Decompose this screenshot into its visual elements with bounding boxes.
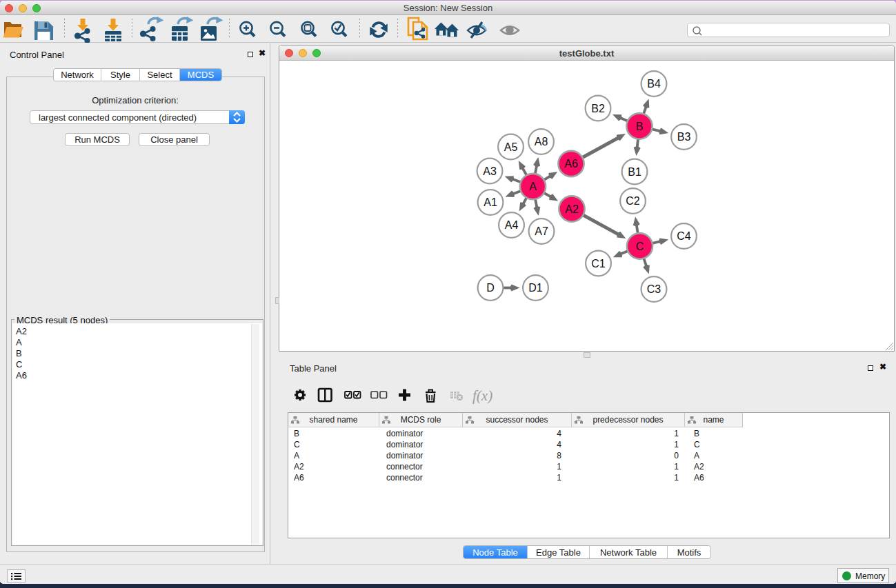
- svg-text:A8: A8: [535, 136, 548, 148]
- svg-text:D1: D1: [528, 282, 543, 294]
- svg-text:C4: C4: [677, 230, 691, 242]
- svg-text:A7: A7: [535, 225, 548, 237]
- svg-text:A2: A2: [565, 203, 579, 215]
- svg-text:B2: B2: [591, 103, 605, 114]
- svg-text:D: D: [486, 282, 495, 294]
- svg-text:A5: A5: [504, 141, 518, 153]
- svg-text:B: B: [636, 121, 644, 132]
- svg-text:C3: C3: [647, 283, 661, 295]
- svg-text:A6: A6: [564, 158, 578, 170]
- svg-text:B4: B4: [647, 78, 661, 90]
- svg-text:B1: B1: [628, 166, 641, 178]
- svg-text:A4: A4: [505, 219, 519, 231]
- svg-text:C2: C2: [626, 195, 640, 207]
- svg-text:A: A: [529, 181, 537, 192]
- svg-text:f(x): f(x): [472, 387, 492, 404]
- svg-text:A3: A3: [483, 165, 497, 177]
- svg-text:B3: B3: [677, 131, 691, 143]
- svg-text:C: C: [636, 241, 644, 252]
- svg-text:C1: C1: [591, 258, 606, 270]
- svg-text:A1: A1: [484, 196, 497, 208]
